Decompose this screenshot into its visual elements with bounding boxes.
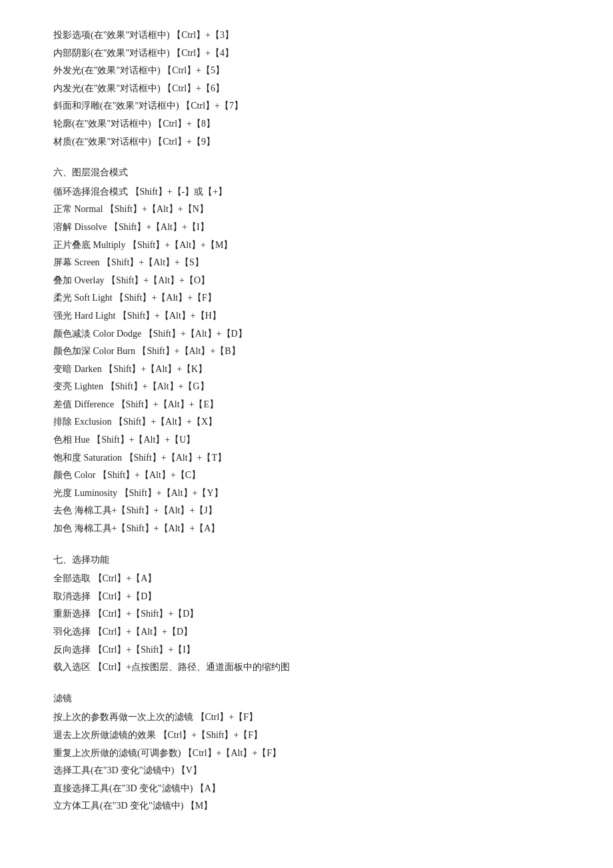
line-item: 颜色 Color 【Shift】+【Alt】+【C】	[53, 467, 560, 485]
line-item: 直接选择工具(在"3D 变化"滤镜中) 【A】	[53, 780, 560, 798]
line-item: 变暗 Darken 【Shift】+【Alt】+【K】	[53, 361, 560, 379]
line-item: 排除 Exclusion 【Shift】+【Alt】+【X】	[53, 413, 560, 431]
line-item: 强光 Hard Light 【Shift】+【Alt】+【H】	[53, 307, 560, 325]
line-item: 变亮 Lighten 【Shift】+【Alt】+【G】	[53, 378, 560, 396]
line-item: 柔光 Soft Light 【Shift】+【Alt】+【F】	[53, 289, 560, 307]
section-title-selection: 七、选择功能	[53, 551, 560, 569]
line-item: 按上次的参数再做一次上次的滤镜 【Ctrl】+【F】	[53, 709, 560, 727]
line-item: 颜色加深 Color Burn 【Shift】+【Alt】+【B】	[53, 343, 560, 361]
line-item: 正片叠底 Multiply 【Shift】+【Alt】+【M】	[53, 237, 560, 255]
line-item: 溶解 Dissolve 【Shift】+【Alt】+【I】	[53, 219, 560, 237]
section-blend-modes: 六、图层混合模式循环选择混合模式 【Shift】+【-】或【+】正常 Norma…	[53, 164, 560, 537]
line-item: 取消选择 【Ctrl】+【D】	[53, 588, 560, 606]
line-item: 材质(在"效果"对话框中) 【Ctrl】+【9】	[53, 133, 560, 151]
line-item: 反向选择 【Ctrl】+【Shift】+【I】	[53, 641, 560, 659]
line-item: 载入选区 【Ctrl】+点按图层、路径、通道面板中的缩约图	[53, 659, 560, 677]
section-effects-options: 投影选项(在"效果"对话框中) 【Ctrl】+【3】内部阴影(在"效果"对话框中…	[53, 27, 560, 151]
section-title-filter: 滤镜	[53, 690, 560, 708]
line-item: 去色 海棉工具+【Shift】+【Alt】+【J】	[53, 502, 560, 520]
line-item: 立方体工具(在"3D 变化"滤镜中) 【M】	[53, 797, 560, 815]
line-item: 循环选择混合模式 【Shift】+【-】或【+】	[53, 183, 560, 201]
line-item: 重新选择 【Ctrl】+【Shift】+【D】	[53, 605, 560, 623]
line-item: 颜色减淡 Color Dodge 【Shift】+【Alt】+【D】	[53, 325, 560, 343]
line-item: 重复上次所做的滤镜(可调参数) 【Ctrl】+【Alt】+【F】	[53, 745, 560, 763]
line-item: 轮廓(在"效果"对话框中) 【Ctrl】+【8】	[53, 115, 560, 133]
line-item: 光度 Luminosity 【Shift】+【Alt】+【Y】	[53, 485, 560, 503]
line-item: 正常 Normal 【Shift】+【Alt】+【N】	[53, 201, 560, 219]
line-item: 屏幕 Screen 【Shift】+【Alt】+【S】	[53, 254, 560, 272]
line-item: 斜面和浮雕(在"效果"对话框中) 【Ctrl】+【7】	[53, 97, 560, 115]
line-item: 外发光(在"效果"对话框中) 【Ctrl】+【5】	[53, 62, 560, 80]
section-filter: 滤镜按上次的参数再做一次上次的滤镜 【Ctrl】+【F】退去上次所做滤镜的效果 …	[53, 690, 560, 815]
line-item: 饱和度 Saturation 【Shift】+【Alt】+【T】	[53, 449, 560, 467]
line-item: 叠加 Overlay 【Shift】+【Alt】+【O】	[53, 272, 560, 290]
line-item: 内发光(在"效果"对话框中) 【Ctrl】+【6】	[53, 80, 560, 98]
line-item: 内部阴影(在"效果"对话框中) 【Ctrl】+【4】	[53, 45, 560, 63]
line-item: 加色 海棉工具+【Shift】+【Alt】+【A】	[53, 520, 560, 538]
section-selection: 七、选择功能全部选取 【Ctrl】+【A】取消选择 【Ctrl】+【D】重新选择…	[53, 551, 560, 677]
line-item: 色相 Hue 【Shift】+【Alt】+【U】	[53, 431, 560, 449]
line-item: 投影选项(在"效果"对话框中) 【Ctrl】+【3】	[53, 27, 560, 45]
line-item: 全部选取 【Ctrl】+【A】	[53, 570, 560, 588]
section-title-blend-modes: 六、图层混合模式	[53, 164, 560, 182]
line-item: 退去上次所做滤镜的效果 【Ctrl】+【Shift】+【F】	[53, 727, 560, 745]
page-content: 投影选项(在"效果"对话框中) 【Ctrl】+【3】内部阴影(在"效果"对话框中…	[53, 27, 560, 815]
line-item: 羽化选择 【Ctrl】+【Alt】+【D】	[53, 623, 560, 641]
line-item: 选择工具(在"3D 变化"滤镜中) 【V】	[53, 762, 560, 780]
line-item: 差值 Difference 【Shift】+【Alt】+【E】	[53, 396, 560, 414]
